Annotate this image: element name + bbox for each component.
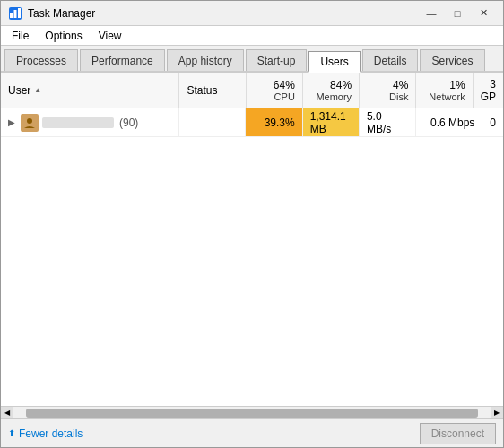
cell-network: 0.6 Mbps	[416, 108, 482, 136]
col-header-user[interactable]: User ▲	[1, 73, 179, 108]
scroll-left-button[interactable]: ◀	[1, 407, 13, 419]
svg-rect-2	[14, 10, 17, 18]
footer: ⬆ Fewer details Disconnect	[1, 418, 503, 447]
menu-bar: File Options View	[1, 26, 503, 46]
horizontal-scrollbar[interactable]: ◀ ▶	[1, 406, 503, 418]
task-manager-window: Task Manager — □ ✕ File Options View Pro…	[0, 0, 504, 448]
tab-processes[interactable]: Processes	[4, 49, 78, 71]
col-header-gpu[interactable]: 3 GP	[474, 73, 503, 108]
tab-startup[interactable]: Start-up	[246, 49, 308, 71]
table-row[interactable]: ▶ (90) 39.3% 1,314.1 MB	[1, 108, 503, 137]
sort-indicator: ▲	[34, 86, 41, 94]
maximize-button[interactable]: □	[445, 4, 470, 22]
scroll-right-button[interactable]: ▶	[491, 407, 503, 419]
username-redacted	[42, 117, 114, 128]
cell-username: ▶ (90)	[1, 108, 179, 136]
col-header-disk[interactable]: 4% Disk	[360, 73, 416, 108]
user-session-count: (90)	[119, 116, 138, 129]
tab-users[interactable]: Users	[308, 51, 360, 73]
menu-file[interactable]: File	[4, 28, 36, 44]
tab-performance[interactable]: Performance	[80, 49, 165, 71]
window-controls: — □ ✕	[419, 4, 496, 22]
scrollbar-thumb[interactable]	[26, 409, 478, 418]
col-header-memory[interactable]: 84% Memory	[303, 73, 360, 108]
user-icon	[23, 116, 36, 129]
scrollbar-track[interactable]	[26, 409, 478, 418]
cell-memory: 1,314.1 MB	[303, 108, 360, 136]
avatar	[21, 114, 39, 132]
menu-view[interactable]: View	[91, 28, 129, 44]
tab-details[interactable]: Details	[362, 49, 419, 71]
tab-bar: Processes Performance App history Start-…	[1, 46, 503, 73]
menu-options[interactable]: Options	[38, 28, 89, 44]
chevron-up-icon: ⬆	[8, 428, 15, 438]
tab-app-history[interactable]: App history	[167, 49, 244, 71]
svg-rect-1	[10, 13, 13, 18]
cell-disk: 5.0 MB/s	[360, 108, 416, 136]
col-header-cpu[interactable]: 64% CPU	[247, 73, 303, 108]
svg-rect-3	[18, 8, 21, 18]
col-header-network[interactable]: 1% Network	[416, 73, 473, 108]
title-bar: Task Manager — □ ✕	[1, 1, 503, 26]
fewer-details-button[interactable]: ⬆ Fewer details	[8, 427, 83, 440]
svg-point-4	[27, 118, 32, 124]
expand-icon[interactable]: ▶	[8, 117, 17, 127]
col-header-status[interactable]: Status	[179, 73, 246, 108]
cell-status	[179, 108, 246, 136]
column-headers: User ▲ Status 64% CPU 84% Memory 4% Disk…	[1, 73, 503, 108]
tab-services[interactable]: Services	[420, 49, 484, 71]
cell-cpu: 39.3%	[246, 108, 302, 136]
minimize-button[interactable]: —	[419, 4, 444, 22]
table-body: ▶ (90) 39.3% 1,314.1 MB	[1, 108, 503, 406]
disconnect-button[interactable]: Disconnect	[420, 423, 496, 444]
window-title: Task Manager	[28, 7, 419, 20]
cell-gpu: 0	[482, 108, 503, 136]
app-icon	[8, 6, 22, 21]
close-button[interactable]: ✕	[471, 4, 496, 22]
